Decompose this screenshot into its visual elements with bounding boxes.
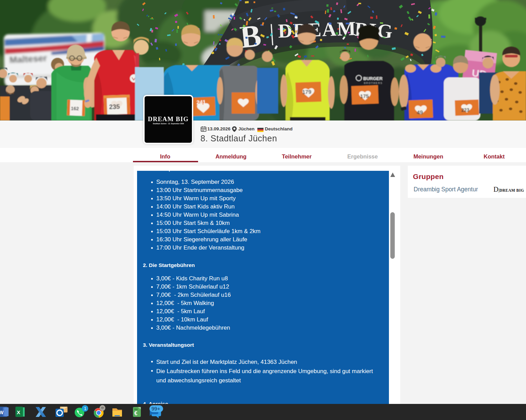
svg-text:235: 235 <box>109 103 120 111</box>
svg-text:BURGER: BURGER <box>363 76 383 81</box>
svg-text:W: W <box>0 409 4 415</box>
svg-text:99+: 99+ <box>151 406 160 411</box>
svg-text:Malteser: Malteser <box>9 53 47 65</box>
svg-text:223: 223 <box>461 107 469 113</box>
svg-text:241: 241 <box>196 99 206 105</box>
svg-text:X: X <box>17 409 20 415</box>
svg-text:175: 175 <box>360 93 369 99</box>
svg-text:DREAM: DREAM <box>278 17 357 42</box>
svg-text:49: 49 <box>417 110 423 116</box>
svg-text:1: 1 <box>84 406 86 411</box>
svg-text:BROTHERS: BROTHERS <box>364 82 383 84</box>
svg-text:162: 162 <box>71 105 79 111</box>
svg-text:€: € <box>134 410 137 416</box>
svg-text:179: 179 <box>302 89 311 95</box>
